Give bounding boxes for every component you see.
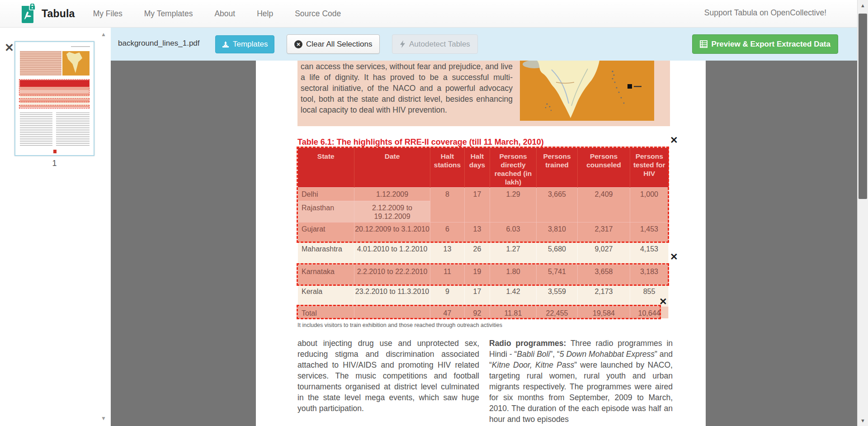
table-cell: 23.2.2010 to 11.3.2010 bbox=[354, 284, 430, 306]
thumbnail-map-land bbox=[66, 52, 83, 74]
preview-export-button[interactable]: Preview & Export Extracted Data bbox=[692, 34, 838, 54]
table-cell: 9,027 bbox=[578, 242, 630, 265]
table-cell: 1.42 bbox=[490, 284, 537, 306]
workspace: background_lines_1.pdf Templates ✕ Clear… bbox=[111, 28, 857, 426]
export-button-label: Preview & Export Extracted Data bbox=[711, 40, 830, 49]
nav-item-my-templates[interactable]: My Templates bbox=[144, 9, 193, 19]
table-cell: 5,680 bbox=[537, 242, 578, 265]
table-cell: 4.01.2010 to 1.2.2010 bbox=[354, 242, 430, 265]
tabula-logo-icon bbox=[19, 4, 37, 24]
thumbnail-left-column bbox=[20, 113, 52, 147]
thumbnail-intro-paragraph bbox=[20, 51, 61, 76]
selection-region-2[interactable] bbox=[297, 263, 669, 286]
table-cell: 1.27 bbox=[490, 242, 537, 265]
pdf-canvas[interactable]: can access the services, without fear an… bbox=[111, 61, 857, 426]
nav-menu: My FilesMy TemplatesAboutHelpSource Code bbox=[93, 9, 341, 19]
pdf-page[interactable]: can access the services, without fear an… bbox=[256, 61, 706, 426]
table-cell: Maharashtra bbox=[298, 242, 354, 265]
remove-selection-2-button[interactable]: ✕ bbox=[670, 252, 678, 261]
nav-item-help[interactable]: Help bbox=[257, 9, 273, 19]
thumbnail-table bbox=[20, 80, 90, 107]
lightning-bolt-icon bbox=[400, 40, 406, 48]
table-cell: Kerala bbox=[298, 284, 354, 306]
text-segment: Radio programmes: bbox=[489, 339, 566, 348]
thumbnail-selection-marker bbox=[19, 105, 90, 109]
autodetect-tables-button-disabled[interactable]: Autodetect Tables bbox=[392, 34, 478, 54]
table-cell: 13 bbox=[430, 242, 465, 265]
templates-button-label: Templates bbox=[233, 40, 268, 49]
support-link[interactable]: Support Tabula on OpenCollective! bbox=[704, 8, 826, 18]
brand-name: Tabula bbox=[42, 8, 75, 20]
thumbnail-selection-marker bbox=[19, 79, 90, 95]
table-row-maharashtra: Maharashtra4.01.2010 to 1.2.201013261.27… bbox=[298, 242, 669, 265]
text-segment: ”, “ bbox=[550, 350, 559, 359]
clear-selections-icon: ✕ bbox=[294, 40, 302, 48]
thumbnail-page-mark bbox=[53, 150, 57, 153]
sidebar-scroll-down-icon[interactable]: ▼ bbox=[101, 415, 106, 421]
remove-page-icon[interactable]: ✕ bbox=[5, 42, 14, 53]
document-filename: background_lines_1.pdf bbox=[118, 39, 200, 48]
scrollbar-up-arrow-icon[interactable]: ▲ bbox=[858, 0, 868, 11]
table-footnote: It includes visitors to train exhibition… bbox=[297, 322, 502, 328]
templates-icon bbox=[222, 41, 229, 48]
table-cell: 2,173 bbox=[578, 284, 630, 306]
map-frame bbox=[516, 61, 670, 126]
table-cell: 9 bbox=[430, 284, 465, 306]
india-map bbox=[520, 61, 654, 121]
thumbnail-selection-marker bbox=[19, 98, 90, 102]
table-cell: 26 bbox=[465, 242, 490, 265]
body-text-left-column: about injecting drug use and unprotected… bbox=[297, 338, 479, 414]
selection-region-1[interactable] bbox=[297, 147, 669, 243]
table-export-icon bbox=[700, 40, 708, 48]
table-cell: 3,559 bbox=[537, 284, 578, 306]
clear-all-selections-button[interactable]: ✕ Clear All Selections bbox=[287, 34, 380, 54]
page-thumbnail[interactable] bbox=[14, 41, 94, 156]
text-segment: ” were launched by NACO, targeting rural… bbox=[489, 360, 673, 424]
top-navbar: Tabula My FilesMy TemplatesAboutHelpSour… bbox=[0, 0, 868, 28]
page-sidebar: ✕ ▲ 1 ▼ bbox=[0, 28, 111, 426]
text-segment: 5 Down Mohabbat Express bbox=[560, 350, 655, 359]
table-row-kerala: Kerala23.2.2010 to 11.3.20109171.423,559… bbox=[298, 284, 669, 306]
sidebar-scroll-up-icon[interactable]: ▲ bbox=[101, 31, 106, 38]
thumbnail-map bbox=[62, 51, 90, 76]
table-title: Table 6.1: The highlights of RRE-II cove… bbox=[297, 137, 544, 147]
thumbnail-right-column bbox=[56, 113, 90, 147]
lock-icon bbox=[29, 4, 35, 10]
brand-home-link[interactable]: Tabula bbox=[19, 4, 75, 24]
control-toolbar: background_lines_1.pdf Templates ✕ Clear… bbox=[111, 28, 857, 61]
remove-selection-1-button[interactable]: ✕ bbox=[670, 135, 678, 145]
remove-selection-3-button[interactable]: ✕ bbox=[659, 297, 667, 306]
autodetect-button-label: Autodetect Tables bbox=[409, 40, 470, 49]
map-legend-swatch bbox=[627, 84, 642, 89]
nav-item-source-code[interactable]: Source Code bbox=[295, 9, 341, 19]
text-segment: Kitne Door, Kitne Pass bbox=[492, 360, 574, 369]
nav-item-about[interactable]: About bbox=[214, 9, 235, 19]
tabula-app: Tabula My FilesMy TemplatesAboutHelpSour… bbox=[0, 0, 868, 426]
nav-item-my-files[interactable]: My Files bbox=[93, 9, 123, 19]
templates-button[interactable]: Templates bbox=[215, 35, 274, 53]
intro-paragraph: can access the services, without fear an… bbox=[297, 61, 516, 126]
clear-button-label: Clear All Selections bbox=[306, 40, 372, 49]
table-cell: 17 bbox=[465, 284, 490, 306]
scrollbar-down-arrow-icon[interactable]: ▼ bbox=[858, 415, 868, 426]
window-scrollbar[interactable]: ▲ ▼ bbox=[857, 0, 868, 426]
selection-region-3[interactable] bbox=[297, 305, 661, 319]
table-cell: 4,153 bbox=[630, 242, 669, 265]
body-text-right-column: Radio programmes: Three radio programmes… bbox=[489, 338, 673, 425]
text-segment: Babli Boli bbox=[517, 350, 550, 359]
scrollbar-thumb[interactable] bbox=[859, 14, 867, 199]
thumbnail-page-number[interactable]: 1 bbox=[14, 159, 94, 168]
thumbnail-header-text bbox=[71, 46, 90, 47]
